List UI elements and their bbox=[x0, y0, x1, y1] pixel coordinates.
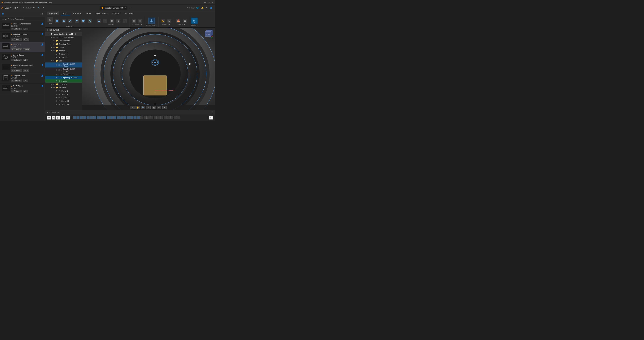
check-icon-8[interactable]: □ bbox=[61, 64, 62, 66]
zoom-tool[interactable]: 🔍 bbox=[141, 106, 145, 109]
insert-canvas-tool[interactable]: 🖼 bbox=[182, 18, 188, 23]
timeline-step-24[interactable] bbox=[154, 116, 157, 119]
browser-item-3[interactable]: ▶ 👁 📁 Origin bbox=[45, 46, 82, 49]
browser-item-15[interactable]: 👁 ✏ Sketch1 bbox=[45, 89, 82, 93]
browser-item-6[interactable]: 👁 ⊞ Section2 bbox=[45, 56, 82, 59]
timeline-step-31[interactable] bbox=[177, 116, 180, 119]
timeline-prev-button[interactable]: ◀ bbox=[52, 116, 56, 120]
timeline-step-22[interactable] bbox=[147, 116, 150, 119]
inspect-interference-tool[interactable]: ⊡ bbox=[166, 18, 172, 23]
eye-icon-14[interactable]: 👁 bbox=[53, 87, 55, 89]
revolve-tool[interactable] bbox=[61, 18, 67, 23]
fillet-tool[interactable]: ⌐ bbox=[102, 18, 108, 23]
timeline-step-11[interactable] bbox=[110, 116, 113, 119]
browser-item-5[interactable]: 👁 ⊞ Section1 bbox=[45, 52, 82, 56]
sidebar-doc-item-5[interactable]: ● Dungeon Door 👤 6/28/23 ✏ Editable ▾ V4… bbox=[0, 73, 45, 84]
sidebar-doc-item-2[interactable]: ● Flare Gun 👤 7/5/23 ✏ Editable ▾ V151 ▾ bbox=[0, 42, 45, 52]
create-new-component-tool[interactable]: ⊕ New bbox=[46, 16, 54, 25]
timeline-step-6[interactable] bbox=[93, 116, 96, 119]
doc-version-1[interactable]: V63 ▾ bbox=[23, 38, 29, 40]
tab-plastic[interactable]: PLASTIC bbox=[110, 12, 122, 15]
construct-dropdown[interactable] bbox=[148, 17, 155, 24]
doc-version-5[interactable]: V4 ▾ bbox=[23, 80, 28, 82]
timeline-step-10[interactable] bbox=[107, 116, 110, 119]
extrude-tool[interactable] bbox=[54, 18, 60, 23]
eye-icon-0[interactable]: 👁 bbox=[53, 36, 55, 38]
eye-icon-11[interactable]: 👁 bbox=[56, 77, 57, 79]
browser-root[interactable]: ▼ ⚙ Inception Levitron v63 ⚙ bbox=[45, 32, 82, 36]
help-button[interactable]: ? bbox=[205, 6, 208, 9]
user-menu-button[interactable]: Brian Wedlich ▾ bbox=[4, 6, 19, 9]
timeline-step-30[interactable] bbox=[174, 116, 177, 119]
browser-item-9[interactable]: 👁 □ □ Top (1/4X1/16) (Lower) bbox=[45, 67, 82, 73]
browser-item-0[interactable]: ▶ 👁 ⚙ Document Settings bbox=[45, 36, 82, 39]
timeline-step-2[interactable] bbox=[80, 116, 83, 119]
doc-badge-0[interactable]: ✏ Editable ▾ bbox=[11, 28, 22, 30]
browser-collapse-icon[interactable]: ◀◀ bbox=[46, 29, 49, 31]
doc-badge-1[interactable]: ✏ Editable ▾ bbox=[11, 38, 22, 40]
loft-tool[interactable] bbox=[74, 18, 80, 23]
tab-sheet-metal[interactable]: SHEET METAL bbox=[94, 12, 110, 15]
effects-tool[interactable]: ✦ bbox=[162, 106, 167, 109]
timeline-step-4[interactable] bbox=[86, 116, 90, 119]
eye-icon-17[interactable]: 👁 bbox=[56, 97, 57, 99]
eye-icon-9[interactable]: 👁 bbox=[56, 69, 57, 71]
browser-item-10[interactable]: 👁 □ □ Ring Magnet bbox=[45, 73, 82, 76]
timeline-step-0[interactable] bbox=[73, 116, 76, 119]
check-icon-10[interactable]: □ bbox=[62, 73, 62, 75]
minimize-button[interactable]: — bbox=[204, 1, 206, 3]
sidebar-doc-item-1[interactable]: ● Inception Levitron 👤 5:23:42 PM ✏ Edit… bbox=[0, 32, 45, 42]
combine-tool[interactable]: ⊕ bbox=[116, 18, 122, 23]
eye-icon-2[interactable]: 👁 bbox=[53, 43, 55, 45]
browser-item-17[interactable]: 👁 ✏ Sketch20 bbox=[45, 96, 82, 99]
doc-version-6[interactable]: V4 ▾ bbox=[23, 90, 28, 92]
eye-icon-8[interactable]: 👁 bbox=[56, 64, 57, 66]
comments-collapse-icon[interactable]: ▲ bbox=[46, 111, 48, 113]
profile-button[interactable]: 👤 bbox=[209, 6, 213, 9]
browser-item-13[interactable]: ▶ 👁 📁 Canvases bbox=[45, 83, 82, 86]
globe-button[interactable]: 🌐 bbox=[195, 6, 200, 9]
home-icon[interactable]: ⌂ bbox=[2, 18, 3, 20]
eye-icon-5[interactable]: 👁 bbox=[56, 53, 57, 55]
eye-icon-16[interactable]: 👁 bbox=[56, 93, 57, 95]
browser-item-19[interactable]: 👁 ✏ Sketch27 bbox=[45, 103, 82, 106]
pan-tool[interactable]: ✋ bbox=[136, 106, 140, 109]
timeline-first-button[interactable]: ⏮ bbox=[46, 116, 51, 120]
timeline-step-23[interactable] bbox=[150, 116, 153, 119]
eye-icon-12[interactable]: 👁 bbox=[56, 80, 57, 82]
check-icon-9[interactable]: □ bbox=[61, 69, 62, 71]
eye-icon-13[interactable]: 👁 bbox=[53, 83, 55, 85]
timeline-step-26[interactable] bbox=[160, 116, 163, 119]
insert-derive-tool[interactable]: 📥 bbox=[175, 18, 181, 23]
timeline-step-20[interactable] bbox=[140, 116, 143, 119]
browser-item-4[interactable]: ▼ 👁 📁 Analysis bbox=[45, 49, 82, 52]
grid-tool[interactable]: ⊞ bbox=[157, 106, 161, 109]
eye-icon-10[interactable]: 👁 bbox=[56, 73, 57, 75]
browser-item-14[interactable]: ▼ 👁 📁 Sketches bbox=[45, 86, 82, 89]
press-pull-tool[interactable] bbox=[96, 18, 102, 23]
inspect-measure-tool[interactable]: 📐 bbox=[160, 18, 166, 23]
timeline-step-19[interactable] bbox=[137, 116, 140, 119]
edit-pencil-icon[interactable]: ✏ bbox=[22, 6, 25, 9]
sweep-tool[interactable] bbox=[67, 18, 73, 23]
new-tab-button[interactable]: ＋ bbox=[128, 6, 132, 9]
timeline-step-28[interactable] bbox=[167, 116, 170, 119]
sidebar-doc-item-3[interactable]: ● Diving Helmet 👤 6/2/23 ✏ Editable ▾ V1… bbox=[0, 52, 45, 63]
browser-item-2[interactable]: ▶ 👁 📁 Selection Sets bbox=[45, 42, 82, 46]
timeline-play-button[interactable]: ▶ bbox=[56, 116, 60, 120]
timeline-step-13[interactable] bbox=[117, 116, 120, 119]
tab-mesh[interactable]: MESH bbox=[84, 12, 93, 15]
design-dropdown-button[interactable]: DESIGN ▾ bbox=[46, 11, 59, 15]
timeline-step-12[interactable] bbox=[113, 116, 116, 119]
timeline-step-1[interactable] bbox=[76, 116, 80, 119]
doc-badge-3[interactable]: ✏ Editable ▾ bbox=[11, 59, 22, 61]
sidebar-settings-icon[interactable]: ⚙ bbox=[41, 13, 44, 15]
as-built-joint-tool[interactable]: ⛓ bbox=[137, 18, 144, 23]
timeline-step-17[interactable] bbox=[130, 116, 133, 119]
browser-item-16[interactable]: 👁 ✏ Sketch7 bbox=[45, 93, 82, 96]
fit-tool[interactable]: ⊡ bbox=[146, 106, 150, 109]
eye-icon-4[interactable]: 👁 bbox=[53, 50, 55, 52]
doc-badge-5[interactable]: ✏ Editable ▾ bbox=[11, 80, 22, 82]
select-tool[interactable] bbox=[191, 17, 198, 24]
doc-tab-close[interactable]: ✕ bbox=[124, 7, 126, 9]
